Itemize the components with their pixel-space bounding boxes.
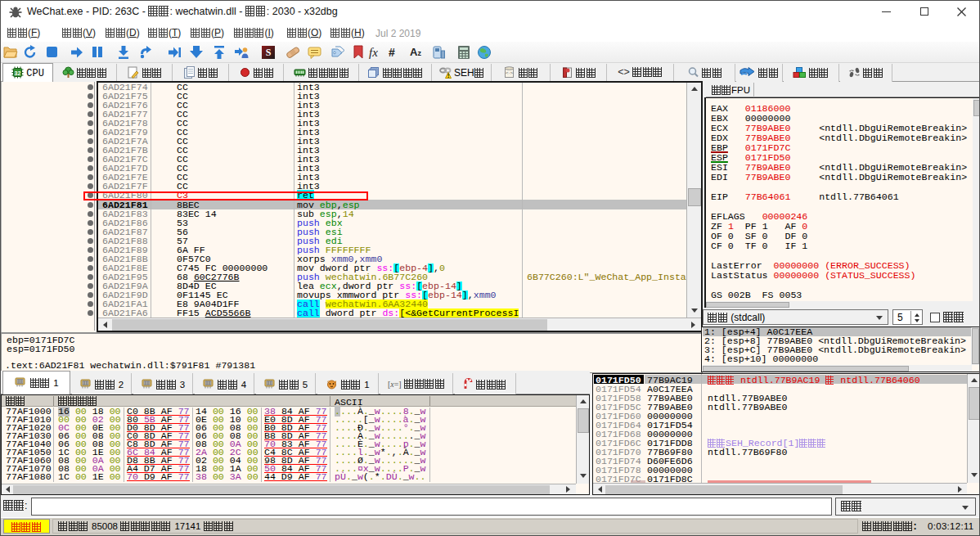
svg-text:<·>: <·> <box>506 70 514 75</box>
svg-text:!: ! <box>447 73 449 79</box>
svg-text:32: 32 <box>15 70 21 76</box>
